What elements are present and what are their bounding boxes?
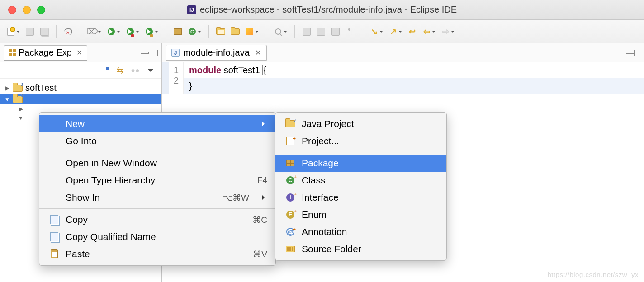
last-edit-button[interactable]: ↩ — [406, 25, 418, 38]
minimize-editor-button[interactable] — [626, 52, 634, 54]
new-submenu[interactable]: Java Project Project... Package C Class … — [275, 112, 447, 261]
maximize-editor-button[interactable] — [634, 50, 640, 56]
run-external-button[interactable] — [143, 25, 156, 38]
menu-item-show-in[interactable]: Show In ⌥⌘W — [39, 189, 275, 206]
submenu-item-package[interactable]: Package — [275, 155, 446, 172]
copy-icon — [50, 215, 58, 224]
java-project-icon — [285, 120, 295, 127]
java-file-icon: J — [171, 49, 180, 57]
menu-label: Open Type Hierarchy — [66, 175, 251, 186]
menu-label: Go Into — [66, 136, 267, 146]
menu-item-open-new-window[interactable]: Open in New Window — [39, 155, 275, 172]
menu-accelerator: ⌘C — [252, 215, 267, 225]
submenu-item-enum[interactable]: E Enum — [275, 206, 446, 223]
run-button[interactable] — [105, 25, 118, 38]
submenu-item-class[interactable]: C Class — [275, 172, 446, 189]
submenu-arrow-icon — [262, 121, 267, 127]
next-annotation-button[interactable]: ↘ — [368, 25, 380, 38]
collapse-all-button[interactable] — [100, 66, 109, 75]
window-controls — [0, 6, 45, 14]
line-number: 1 — [162, 65, 179, 75]
package-explorer-icon — [9, 49, 16, 56]
show-whitespace-button[interactable] — [329, 25, 342, 38]
submenu-item-annotation[interactable]: @ Annotation — [275, 223, 446, 240]
prev-annotation-button[interactable]: ↗ — [387, 25, 399, 38]
copy-icon — [50, 232, 58, 241]
forward-button[interactable]: ⇨ — [439, 25, 452, 38]
editor-tab[interactable]: J module-info.java ✕ — [166, 45, 267, 61]
main-toolbar: ⌦ C ¶ ↘ ↗ ↩ ⇦ ⇨ — [0, 20, 644, 43]
menu-item-copy-qualified[interactable]: Copy Qualified Name — [39, 228, 275, 245]
menu-item-go-into[interactable]: Go Into — [39, 132, 275, 150]
expand-arrow-icon[interactable]: ▼ — [5, 96, 10, 103]
new-wizard-button[interactable] — [243, 25, 256, 38]
submenu-item-source-folder[interactable]: Source Folder — [275, 240, 446, 258]
new-package-button[interactable] — [171, 25, 184, 38]
menu-item-copy[interactable]: Copy ⌘C — [39, 211, 275, 228]
menu-separator — [275, 152, 446, 152]
link-editor-button[interactable]: ⇆ — [115, 66, 124, 75]
coverage-button[interactable] — [124, 25, 137, 38]
skip-breakpoints-button[interactable] — [62, 25, 75, 38]
save-all-button[interactable] — [38, 25, 51, 38]
watermark-text: https://blog.csdn.net/szw_yx — [547, 271, 639, 278]
expand-arrow-icon[interactable]: ▶ — [18, 106, 24, 112]
editor-tabbar: J module-info.java ✕ — [162, 43, 644, 62]
tree-item-softtest[interactable]: ▶ softTest — [5, 81, 157, 94]
code-line[interactable]: module softTest1 { — [184, 62, 644, 78]
toggle-block-button[interactable] — [300, 25, 313, 38]
submenu-item-java-project[interactable]: Java Project — [275, 115, 446, 132]
save-button[interactable] — [24, 25, 36, 38]
menu-label: Project... — [302, 136, 438, 146]
context-menu[interactable]: New Go Into Open in New Window Open Type… — [39, 112, 276, 266]
focus-task-button[interactable]: ●● — [131, 66, 140, 75]
minimize-window-button[interactable] — [23, 6, 31, 14]
menu-item-paste[interactable]: Paste ⌘V — [39, 245, 275, 263]
menu-label: Annotation — [302, 226, 438, 237]
close-tab-icon[interactable]: ✕ — [255, 48, 261, 57]
mark-occurrences-button[interactable] — [315, 25, 327, 38]
menu-label: Class — [302, 175, 438, 186]
view-menu-button[interactable] — [146, 66, 155, 75]
debug-button[interactable]: ⌦ — [86, 25, 99, 38]
menu-accelerator: F4 — [257, 175, 267, 185]
menu-label: Paste — [66, 249, 246, 259]
editor-tab-label: module-info.java — [183, 47, 250, 58]
search-button[interactable] — [272, 25, 284, 38]
menu-item-new[interactable]: New — [39, 115, 275, 132]
back-button[interactable]: ⇦ — [420, 25, 433, 38]
close-view-icon[interactable]: ✕ — [76, 48, 82, 57]
menu-separator — [39, 152, 275, 152]
expand-arrow-icon[interactable]: ▼ — [18, 115, 24, 121]
close-window-button[interactable] — [8, 6, 16, 14]
menu-label: Java Project — [302, 118, 438, 129]
submenu-item-interface[interactable]: I Interface — [275, 189, 446, 206]
submenu-item-project[interactable]: Project... — [275, 132, 446, 150]
minimize-view-button[interactable] — [141, 52, 149, 54]
open-type-button[interactable] — [214, 25, 227, 38]
package-explorer-tab[interactable]: Package Exp ✕ — [4, 45, 87, 61]
menu-label: Package — [302, 158, 438, 169]
menu-label: Interface — [302, 192, 438, 203]
pin-editor-button[interactable]: ¶ — [344, 25, 356, 38]
menu-accelerator: ⌘V — [253, 249, 267, 259]
menu-item-open-type-hierarchy[interactable]: Open Type Hierarchy F4 — [39, 172, 275, 189]
project-icon — [286, 137, 294, 145]
tree-item-selected[interactable]: ▼ — [0, 94, 161, 104]
line-gutter: 1 2 — [162, 62, 184, 94]
submenu-arrow-icon — [262, 195, 267, 200]
open-task-button[interactable] — [229, 25, 242, 38]
expand-arrow-icon[interactable]: ▶ — [5, 85, 10, 91]
new-class-button[interactable]: C — [186, 25, 199, 38]
editor-body[interactable]: 1 2 module softTest1 { } — [162, 62, 644, 94]
zoom-window-button[interactable] — [37, 6, 45, 14]
menu-label: Copy — [66, 214, 246, 225]
code-area[interactable]: module softTest1 { } — [184, 62, 644, 94]
interface-icon: I — [286, 193, 294, 202]
menu-label: Open in New Window — [66, 158, 267, 169]
code-line[interactable]: } — [184, 78, 644, 94]
annotation-icon: @ — [286, 228, 294, 236]
new-button[interactable] — [5, 25, 17, 38]
tree-item-label: softTest — [25, 83, 57, 93]
maximize-view-button[interactable] — [152, 50, 158, 56]
